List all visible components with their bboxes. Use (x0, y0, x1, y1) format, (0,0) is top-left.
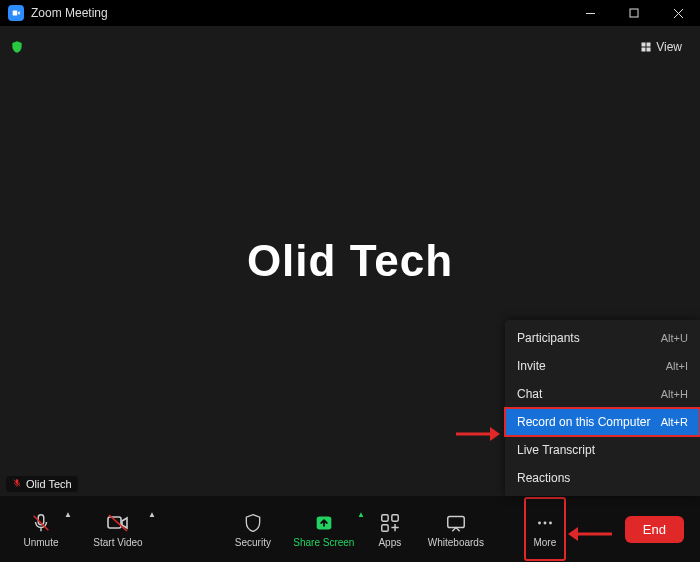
svg-rect-4 (647, 48, 651, 52)
more-button[interactable]: More (523, 496, 567, 562)
end-button-label: End (643, 522, 666, 537)
window-minimize-button[interactable] (568, 0, 612, 26)
toolbar-label: Unmute (23, 537, 58, 548)
window-controls (568, 0, 700, 26)
toolbar-label: Security (235, 537, 271, 548)
menu-item-record-local[interactable]: Record on this Computer Alt+R (505, 408, 700, 436)
toolbar-label: Start Video (93, 537, 142, 548)
window-title: Zoom Meeting (31, 6, 108, 20)
shield-icon (243, 511, 263, 535)
participant-display-name: Olid Tech (247, 236, 453, 286)
svg-point-12 (538, 521, 541, 524)
chevron-up-icon[interactable]: ▲ (64, 510, 72, 519)
meeting-toolbar: Unmute ▲ Start Video ▲ Security Share Sc… (0, 496, 700, 562)
more-menu: Participants Alt+U Invite Alt+I Chat Alt… (505, 320, 700, 496)
unmute-button[interactable]: Unmute ▲ (12, 496, 70, 562)
svg-rect-9 (392, 514, 398, 520)
meeting-topbar: View (0, 32, 700, 62)
start-video-button[interactable]: Start Video ▲ (82, 496, 154, 562)
whiteboards-button[interactable]: Whiteboards (417, 496, 495, 562)
svg-rect-2 (647, 43, 651, 47)
svg-rect-10 (382, 524, 388, 530)
window-maximize-button[interactable] (612, 0, 656, 26)
menu-item-invite[interactable]: Invite Alt+I (505, 352, 700, 380)
menu-item-reactions[interactable]: Reactions (505, 464, 700, 492)
svg-rect-8 (382, 514, 388, 520)
menu-item-live-transcript[interactable]: Live Transcript (505, 436, 700, 464)
toolbar-label: More (533, 537, 556, 548)
zoom-logo-icon (8, 5, 24, 21)
security-button[interactable]: Security (221, 496, 285, 562)
menu-item-shortcut: Alt+U (661, 332, 688, 344)
view-button[interactable]: View (632, 36, 690, 58)
apps-button[interactable]: Apps (363, 496, 417, 562)
menu-item-label: Live Transcript (517, 443, 595, 457)
svg-rect-11 (448, 516, 465, 527)
svg-point-13 (543, 521, 546, 524)
menu-item-shortcut: Alt+H (661, 388, 688, 400)
mic-muted-icon (12, 478, 22, 490)
toolbar-label: Share Screen (293, 537, 354, 548)
whiteboard-icon (445, 511, 467, 535)
apps-icon (379, 511, 401, 535)
encryption-shield-icon[interactable] (10, 40, 24, 54)
menu-item-label: Reactions (517, 471, 570, 485)
menu-item-label: Record on this Computer (517, 415, 650, 429)
menu-item-chat[interactable]: Chat Alt+H (505, 380, 700, 408)
menu-item-label: Chat (517, 387, 542, 401)
svg-point-14 (549, 521, 552, 524)
camera-off-icon (106, 511, 130, 535)
toolbar-label: Whiteboards (428, 537, 484, 548)
svg-rect-1 (642, 43, 646, 47)
menu-item-participants[interactable]: Participants Alt+U (505, 324, 700, 352)
share-screen-button[interactable]: Share Screen ▲ (285, 496, 363, 562)
menu-item-shortcut: Alt+R (661, 416, 688, 428)
menu-item-shortcut: Alt+I (666, 360, 688, 372)
mic-muted-icon (30, 511, 52, 535)
svg-rect-6 (108, 517, 121, 528)
menu-item-label: Participants (517, 331, 580, 345)
self-name-label: Olid Tech (26, 478, 72, 490)
svg-rect-0 (630, 9, 638, 17)
end-meeting-button[interactable]: End (625, 516, 684, 543)
toolbar-label: Apps (378, 537, 401, 548)
more-dots-icon (534, 511, 556, 535)
self-video-label: Olid Tech (6, 476, 78, 492)
window-titlebar: Zoom Meeting (0, 0, 700, 26)
svg-rect-3 (642, 48, 646, 52)
share-screen-icon (313, 511, 335, 535)
view-button-label: View (656, 40, 682, 54)
menu-item-label: Invite (517, 359, 546, 373)
chevron-up-icon[interactable]: ▲ (148, 510, 156, 519)
window-close-button[interactable] (656, 0, 700, 26)
